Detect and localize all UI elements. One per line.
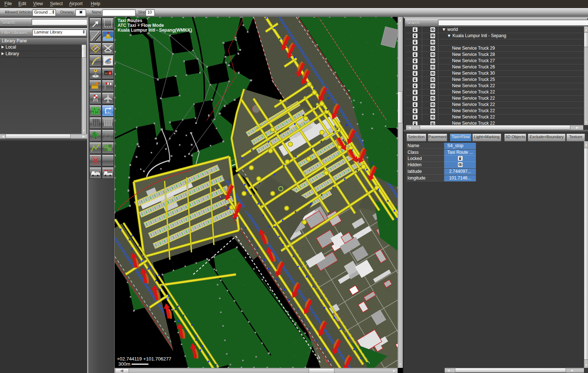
svg-text:M: M bbox=[105, 72, 108, 75]
svg-text:ATC: ATC bbox=[105, 111, 111, 115]
svg-text:+02.744119 +101.706277: +02.744119 +101.706277 bbox=[117, 356, 171, 362]
svg-text:Kuala Lumpur Intl - Sepang(WMK: Kuala Lumpur Intl - Sepang(WMKK) bbox=[118, 28, 192, 33]
svg-text:0: 0 bbox=[109, 72, 111, 75]
svg-text:ATC Taxi + Flow Mode: ATC Taxi + Flow Mode bbox=[118, 23, 164, 28]
svg-text:300m: 300m bbox=[118, 361, 130, 367]
svg-text:Taxi Routes: Taxi Routes bbox=[118, 18, 142, 23]
